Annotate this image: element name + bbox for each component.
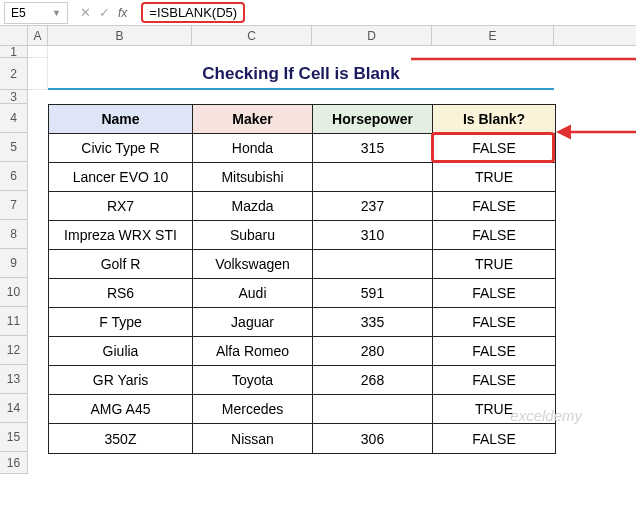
cell-maker[interactable]: Subaru [193, 221, 313, 250]
watermark: exceldemy [510, 407, 582, 424]
row-header[interactable]: 11 [0, 307, 27, 336]
col-header-C[interactable]: C [192, 26, 312, 45]
cell-name[interactable]: 350Z [49, 424, 193, 453]
column-headers: A B C D E [0, 26, 636, 46]
cell-blank[interactable]: FALSE [433, 221, 555, 250]
row-header[interactable]: 6 [0, 162, 27, 191]
cell-blank[interactable]: FALSE [433, 424, 555, 453]
header-maker[interactable]: Maker [193, 105, 313, 134]
table-row: RX7 Mazda 237 FALSE [49, 192, 555, 221]
cell-maker[interactable]: Toyota [193, 366, 313, 395]
cell-blank[interactable]: TRUE [433, 163, 555, 192]
formula-input[interactable]: =ISBLANK(D5) [135, 0, 636, 25]
row-header[interactable]: 8 [0, 220, 27, 249]
header-isblank[interactable]: Is Blank? [433, 105, 555, 134]
cell-hp[interactable]: 280 [313, 337, 433, 366]
worksheet-grid[interactable]: Checking If Cell is Blank Name Maker Hor… [28, 46, 636, 474]
select-all-corner[interactable] [0, 26, 28, 45]
table-row: Giulia Alfa Romeo 280 FALSE [49, 337, 555, 366]
cell-maker[interactable]: Jaguar [193, 308, 313, 337]
fx-icon[interactable]: fx [118, 6, 127, 20]
col-header-E[interactable]: E [432, 26, 554, 45]
cell-name[interactable]: RX7 [49, 192, 193, 221]
name-box-value: E5 [11, 6, 26, 20]
cell-hp[interactable] [313, 250, 433, 279]
row-header[interactable]: 16 [0, 452, 27, 474]
cell-blank[interactable]: FALSE [433, 192, 555, 221]
col-header-D[interactable]: D [312, 26, 432, 45]
cell-hp[interactable] [313, 395, 433, 424]
cell-maker[interactable]: Audi [193, 279, 313, 308]
cell-name[interactable]: Golf R [49, 250, 193, 279]
row-header[interactable]: 3 [0, 90, 27, 104]
table-row: 350Z Nissan 306 FALSE [49, 424, 555, 453]
cell-blank[interactable]: FALSE [433, 337, 555, 366]
row-header[interactable]: 15 [0, 423, 27, 452]
cell-maker[interactable]: Mercedes [193, 395, 313, 424]
sheet-title: Checking If Cell is Blank [48, 58, 554, 90]
table-row: AMG A45 Mercedes TRUE [49, 395, 555, 424]
table-row: Lancer EVO 10 Mitsubishi TRUE [49, 163, 555, 192]
table-row: Impreza WRX STI Subaru 310 FALSE [49, 221, 555, 250]
table-header-row: Name Maker Horsepower Is Blank? [49, 105, 555, 134]
cell-name[interactable]: F Type [49, 308, 193, 337]
cell-hp[interactable]: 591 [313, 279, 433, 308]
cell-maker[interactable]: Mitsubishi [193, 163, 313, 192]
cancel-icon[interactable]: ✕ [80, 5, 91, 20]
row-header[interactable]: 5 [0, 133, 27, 162]
table-row: Golf R Volkswagen TRUE [49, 250, 555, 279]
table-row: GR Yaris Toyota 268 FALSE [49, 366, 555, 395]
row-header[interactable]: 10 [0, 278, 27, 307]
cell-blank[interactable]: FALSE [433, 134, 555, 163]
formula-bar-icons: ✕ ✓ fx [72, 5, 135, 20]
cell-hp[interactable]: 268 [313, 366, 433, 395]
cell-name[interactable]: AMG A45 [49, 395, 193, 424]
name-box[interactable]: E5 ▼ [4, 2, 68, 24]
cell-maker[interactable]: Alfa Romeo [193, 337, 313, 366]
chevron-down-icon[interactable]: ▼ [52, 8, 61, 18]
cell-hp[interactable] [313, 163, 433, 192]
row-header[interactable]: 2 [0, 58, 27, 90]
table-row: RS6 Audi 591 FALSE [49, 279, 555, 308]
cell-maker[interactable]: Volkswagen [193, 250, 313, 279]
cell-blank[interactable]: FALSE [433, 279, 555, 308]
cell-hp[interactable]: 237 [313, 192, 433, 221]
col-header-A[interactable]: A [28, 26, 48, 45]
cell-maker[interactable]: Honda [193, 134, 313, 163]
cell-name[interactable]: Giulia [49, 337, 193, 366]
header-horsepower[interactable]: Horsepower [313, 105, 433, 134]
row-header[interactable]: 9 [0, 249, 27, 278]
row-header[interactable]: 13 [0, 365, 27, 394]
cell-blank[interactable]: FALSE [433, 308, 555, 337]
col-header-B[interactable]: B [48, 26, 192, 45]
formula-bar: E5 ▼ ✕ ✓ fx =ISBLANK(D5) [0, 0, 636, 26]
cell-hp[interactable]: 315 [313, 134, 433, 163]
accept-icon[interactable]: ✓ [99, 5, 110, 20]
table-row: F Type Jaguar 335 FALSE [49, 308, 555, 337]
header-name[interactable]: Name [49, 105, 193, 134]
cell-blank[interactable]: FALSE [433, 366, 555, 395]
row-header[interactable]: 14 [0, 394, 27, 423]
table-row: Civic Type R Honda 315 FALSE [49, 134, 555, 163]
row-header[interactable]: 7 [0, 191, 27, 220]
row-header[interactable]: 1 [0, 46, 27, 58]
cell-name[interactable]: Impreza WRX STI [49, 221, 193, 250]
row-headers: 1 2 3 4 5 6 7 8 9 10 11 12 13 14 15 16 [0, 46, 28, 474]
cell-blank[interactable]: TRUE [433, 250, 555, 279]
cell-hp[interactable]: 310 [313, 221, 433, 250]
cell-hp[interactable]: 335 [313, 308, 433, 337]
row-header[interactable]: 4 [0, 104, 27, 133]
cell-name[interactable]: Civic Type R [49, 134, 193, 163]
cell-maker[interactable]: Mazda [193, 192, 313, 221]
cell-maker[interactable]: Nissan [193, 424, 313, 453]
cell-name[interactable]: RS6 [49, 279, 193, 308]
cell-name[interactable]: GR Yaris [49, 366, 193, 395]
data-table: Name Maker Horsepower Is Blank? Civic Ty… [48, 104, 556, 454]
row-header[interactable]: 12 [0, 336, 27, 365]
cell-name[interactable]: Lancer EVO 10 [49, 163, 193, 192]
cell-hp[interactable]: 306 [313, 424, 433, 453]
formula-text: =ISBLANK(D5) [141, 2, 245, 23]
